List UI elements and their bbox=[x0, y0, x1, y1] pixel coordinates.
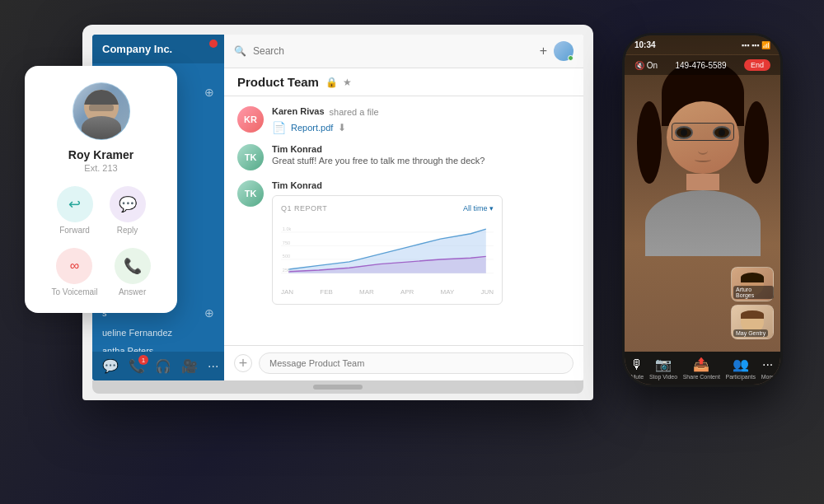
answer-label: Answer bbox=[119, 287, 146, 296]
phone-time: 10:34 bbox=[634, 40, 656, 49]
reply-icon: 💬 bbox=[119, 195, 137, 213]
search-actions: + bbox=[540, 41, 574, 61]
chart-header: Q1 REPORT All time ▾ bbox=[281, 204, 494, 212]
add-icon[interactable]: ⊕ bbox=[204, 86, 214, 99]
mute-icon: 🎙 bbox=[630, 357, 644, 372]
participants-icon: 👥 bbox=[733, 357, 749, 372]
messages-area: KR Karen Rivas shared a file 📄 Report.pd… bbox=[224, 96, 583, 345]
file-name[interactable]: Report.pdf bbox=[291, 123, 333, 133]
answer-button[interactable]: 📞 bbox=[115, 248, 151, 284]
phone-screen: 10:34 ▪▪▪ ▪▪▪ 📶 🔇 On 149-476-5589 End bbox=[625, 35, 780, 385]
chart-labels: JAN FEB MAR APR MAY JUN bbox=[281, 288, 494, 296]
stop-video-button[interactable]: 📷 Stop Video bbox=[649, 357, 677, 380]
star-icon[interactable]: ★ bbox=[343, 77, 352, 88]
phone-device: 10:34 ▪▪▪ ▪▪▪ 📶 🔇 On 149-476-5589 End bbox=[622, 33, 783, 387]
participants-label: Participants bbox=[725, 374, 756, 380]
search-input[interactable] bbox=[253, 45, 533, 57]
company-name: Company Inc. bbox=[102, 43, 172, 55]
sidebar-header: Company Inc. bbox=[92, 35, 224, 63]
chart-label: MAY bbox=[440, 288, 454, 296]
chat-icon[interactable]: 💬 bbox=[102, 358, 119, 374]
chart-filter[interactable]: All time ▾ bbox=[463, 204, 494, 212]
search-icon: 🔍 bbox=[234, 45, 246, 57]
message-text: Great stuff! Are you free to talk me thr… bbox=[272, 156, 570, 166]
sidebar-item[interactable]: ueline Fernandez bbox=[92, 324, 224, 342]
message-karen: KR Karen Rivas shared a file 📄 Report.pd… bbox=[237, 106, 570, 134]
chart-label: JAN bbox=[281, 288, 293, 296]
video-icon[interactable]: 🎥 bbox=[181, 358, 198, 374]
reply-action[interactable]: 💬 Reply bbox=[110, 186, 146, 235]
forward-label: Forward bbox=[59, 226, 90, 235]
download-icon[interactable]: ⬇ bbox=[338, 122, 346, 133]
phone-actions-row-2: ∞ To Voicemail 📞 Answer bbox=[51, 248, 150, 296]
more-icon[interactable]: ··· bbox=[208, 359, 218, 374]
more-button[interactable]: ··· More bbox=[761, 357, 775, 380]
sender-name: Karen Rivas bbox=[272, 106, 325, 116]
voicemail-icon: ∞ bbox=[70, 259, 79, 273]
voicemail-button[interactable]: ∞ bbox=[56, 248, 92, 284]
online-indicator bbox=[568, 55, 574, 61]
channel-header: Product Team 🔒 ★ bbox=[224, 68, 583, 96]
chart-label: FEB bbox=[320, 288, 333, 296]
file-attachment: 📄 Report.pdf ⬇ bbox=[272, 121, 570, 134]
chart-container: Q1 REPORT All time ▾ bbox=[272, 195, 503, 305]
svg-text:1.0k: 1.0k bbox=[283, 226, 292, 231]
forward-action[interactable]: ↩ Forward bbox=[57, 186, 93, 235]
sidebar-red-dot bbox=[209, 40, 218, 48]
stop-video-label: Stop Video bbox=[649, 374, 677, 380]
channel-icons: 🔒 ★ bbox=[325, 77, 352, 88]
add-icon[interactable]: ⊕ bbox=[204, 306, 214, 320]
more-icon: ··· bbox=[762, 357, 773, 372]
add-button[interactable]: + bbox=[540, 44, 547, 58]
phone-device-inner: 10:34 ▪▪▪ ▪▪▪ 📶 🔇 On 149-476-5589 End bbox=[625, 35, 780, 385]
end-call-button[interactable]: End bbox=[744, 59, 770, 71]
svg-text:750: 750 bbox=[283, 240, 290, 245]
share-content-button[interactable]: 📤 Share Content bbox=[683, 357, 720, 380]
svg-text:250: 250 bbox=[283, 268, 290, 273]
chart-label: JUN bbox=[480, 288, 494, 296]
voicemail-action[interactable]: ∞ To Voicemail bbox=[51, 248, 97, 296]
forward-icon: ↩ bbox=[68, 195, 81, 213]
avatar-tim: TK bbox=[237, 144, 264, 170]
message-tim-1: TK Tim Konrad Great stuff! Are you free … bbox=[237, 144, 570, 170]
user-avatar[interactable] bbox=[554, 41, 574, 61]
sender-name: Tim Konrad bbox=[272, 144, 570, 154]
phone-bottom-toolbar: 🎙 Mute 📷 Stop Video 📤 Share Content 👥 Pa… bbox=[625, 352, 780, 385]
thumbnail-label-2: May Gentry bbox=[733, 329, 768, 337]
phone-status-bar: 10:34 ▪▪▪ ▪▪▪ 📶 bbox=[625, 35, 780, 54]
reply-label: Reply bbox=[117, 226, 138, 235]
action-text: shared a file bbox=[330, 107, 379, 117]
avatar-karen: KR bbox=[237, 106, 264, 133]
channel-title: Product Team bbox=[237, 75, 319, 89]
mute-indicator: 🔇 On bbox=[634, 61, 658, 70]
answer-action[interactable]: 📞 Answer bbox=[115, 248, 151, 296]
phone-icon[interactable]: 📞 1 bbox=[129, 358, 145, 374]
message-input[interactable] bbox=[259, 352, 574, 374]
forward-button[interactable]: ↩ bbox=[57, 186, 93, 222]
signal-indicator: ▪▪▪ ▪▪▪ 📶 bbox=[742, 41, 770, 49]
mute-button[interactable]: 🎙 Mute bbox=[630, 357, 644, 380]
message-tim-2: TK Tim Konrad Q1 REPORT All time ▾ bbox=[237, 180, 570, 305]
laptop-notch bbox=[313, 385, 363, 390]
avatar-tim-2: TK bbox=[237, 180, 264, 207]
sidebar-bottom-toolbar: 💬 📞 1 🎧 🎥 ··· bbox=[92, 352, 224, 380]
thumbnail-label-1: Arturo Borges bbox=[733, 286, 774, 299]
contact-ext: Ext. 213 bbox=[84, 163, 117, 173]
participants-button[interactable]: 👥 Participants bbox=[725, 357, 756, 380]
chart-label: APR bbox=[400, 288, 414, 296]
mute-label: Mute bbox=[631, 374, 644, 380]
more-label: More bbox=[761, 374, 775, 380]
answer-icon: 📞 bbox=[124, 257, 142, 275]
call-info-bar: 🔇 On 149-476-5589 End bbox=[625, 55, 780, 75]
add-message-button[interactable]: + bbox=[234, 354, 252, 372]
voicemail-label: To Voicemail bbox=[51, 287, 97, 296]
message-content-tim-2: Tim Konrad Q1 REPORT All time ▾ bbox=[272, 180, 570, 305]
reply-button[interactable]: 💬 bbox=[110, 186, 146, 222]
message-input-area: + bbox=[224, 345, 583, 380]
chart-label: MAR bbox=[359, 288, 374, 296]
headset-icon[interactable]: 🎧 bbox=[155, 358, 171, 374]
share-icon: 📤 bbox=[693, 357, 709, 372]
file-icon: 📄 bbox=[272, 121, 286, 134]
sidebar-item[interactable]: antha Peters bbox=[92, 342, 224, 352]
contact-avatar bbox=[73, 82, 130, 140]
